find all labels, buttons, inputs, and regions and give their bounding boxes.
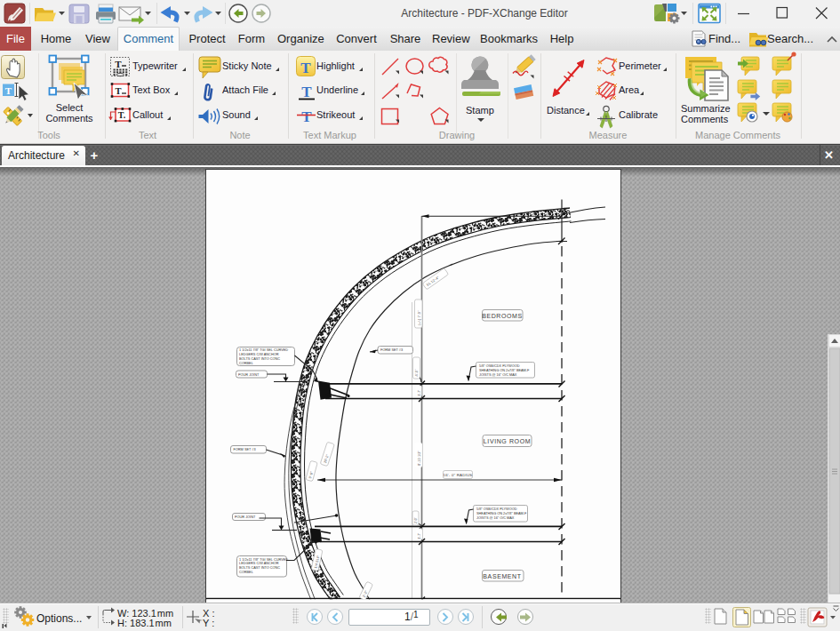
- svg-text:16'- 0" RADIUS: 16'- 0" RADIUS: [443, 473, 472, 477]
- svg-text:LEDGERS C/W ANCHOR: LEDGERS C/W ANCHOR: [239, 562, 279, 565]
- svg-text:LEDGERS C/W ANCHOR: LEDGERS C/W ANCHOR: [239, 353, 279, 356]
- svg-text:5/8" OSB/CDX PLYWOOD: 5/8" OSB/CDX PLYWOOD: [476, 507, 517, 511]
- svg-text:LIVING ROOM: LIVING ROOM: [484, 438, 531, 444]
- svg-text:BASEMENT: BASEMENT: [483, 573, 521, 579]
- svg-text:FORM SET #3: FORM SET #3: [380, 348, 403, 352]
- svg-text:POUR JOINT: POUR JOINT: [235, 515, 256, 519]
- svg-text:4'-0": 4'-0": [414, 369, 419, 377]
- svg-text:JOISTS @ 16" O/C MAX: JOISTS @ 16" O/C MAX: [476, 516, 515, 520]
- svg-text:2'-0": 2'-0": [414, 516, 418, 523]
- svg-text:SHEATHING ON 2x7/8" BEAM-F: SHEATHING ON 2x7/8" BEAM-F: [476, 512, 527, 515]
- svg-text:CORBEL: CORBEL: [239, 362, 254, 365]
- svg-text:BEDROOMS: BEDROOMS: [482, 313, 523, 319]
- svg-text:1'-7": 1'-7": [418, 389, 421, 396]
- svg-text:FORM SET #3: FORM SET #3: [234, 448, 256, 451]
- svg-text:BOLTS CAST INTO CONC: BOLTS CAST INTO CONC: [239, 566, 280, 570]
- svg-text:BOLTS CAST INTO CONC: BOLTS CAST INTO CONC: [239, 357, 280, 361]
- svg-text:T: T: [5, 85, 12, 96]
- svg-text:T.: T.: [118, 110, 126, 120]
- svg-text:CORBEL: CORBEL: [239, 571, 254, 574]
- svg-text:T: T: [300, 60, 311, 76]
- svg-text:(+/-) 7'-9": (+/-) 7'-9": [417, 310, 421, 325]
- svg-text:T: T: [301, 108, 312, 125]
- svg-text:1 1/2x11 7/8" TGI SEL CURVED: 1 1/2x11 7/8" TGI SEL CURVED: [239, 348, 288, 352]
- svg-text:POUR JOINT: POUR JOINT: [238, 373, 260, 377]
- svg-text:8'-10 1/2": 8'-10 1/2": [417, 451, 421, 466]
- svg-text:SHEATHING ON 2x7/8" BEAM-F: SHEATHING ON 2x7/8" BEAM-F: [479, 369, 530, 372]
- svg-text:T: T: [115, 59, 122, 69]
- svg-text:5/8" OSB/CDX PLYWOOD: 5/8" OSB/CDX PLYWOOD: [479, 364, 520, 368]
- svg-text:JOISTS @ 16" O/C MAX: JOISTS @ 16" O/C MAX: [479, 373, 517, 377]
- svg-text:1 1/2x11 7/8" TGI SEL CURVED: 1 1/2x11 7/8" TGI SEL CURVED: [239, 558, 288, 562]
- svg-text:1'-7": 1'-7": [418, 532, 421, 539]
- svg-text:T: T: [301, 84, 312, 100]
- svg-text:T: T: [115, 86, 121, 96]
